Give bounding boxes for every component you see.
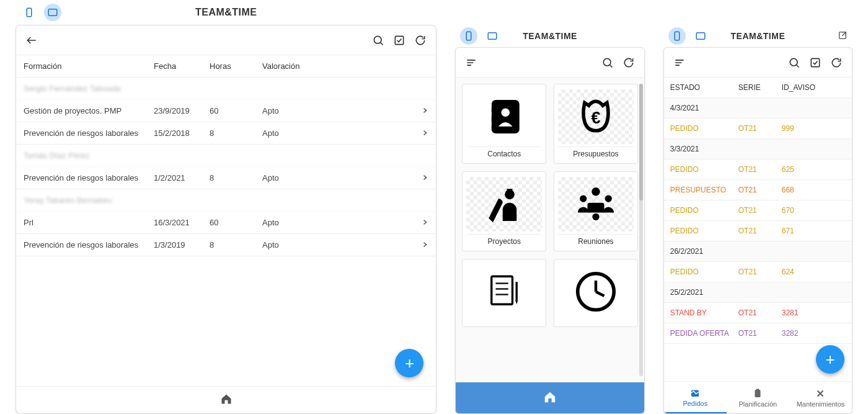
svg-point-17 bbox=[502, 109, 510, 117]
table-row[interactable]: Prevención de riesgos laborales1/3/20198… bbox=[16, 234, 436, 256]
table-row[interactable]: Gestión de proyectos. PMP23/9/201960Apto bbox=[16, 100, 436, 122]
card-reuniones[interactable]: Reuniones bbox=[554, 171, 638, 251]
table-row[interactable]: PEDIDOOT21999 bbox=[664, 119, 852, 139]
svg-rect-16 bbox=[489, 121, 492, 125]
search-button[interactable] bbox=[601, 56, 614, 70]
svg-rect-36 bbox=[696, 33, 705, 40]
svg-rect-20 bbox=[507, 189, 513, 192]
col-estado: ESTADO bbox=[670, 83, 738, 92]
menu-button[interactable] bbox=[464, 56, 478, 70]
cell-serie: OT21 bbox=[738, 227, 782, 235]
refresh-button[interactable] bbox=[414, 34, 427, 47]
svg-rect-14 bbox=[489, 104, 492, 109]
col-horas: Horas bbox=[210, 61, 262, 71]
tab-label: Pedidos bbox=[683, 400, 707, 407]
cell-formacion: Prevención de riesgos laborales bbox=[24, 128, 154, 138]
svg-point-3 bbox=[374, 36, 382, 43]
table-row[interactable]: Prl16/3/202160Apto bbox=[16, 212, 436, 234]
home-button[interactable] bbox=[220, 393, 232, 407]
toolbar bbox=[16, 25, 436, 55]
table-row[interactable]: PEDIDOOT21625 bbox=[664, 160, 852, 180]
table-row[interactable]: Prevención de riesgos laborales1/2/20218… bbox=[16, 167, 436, 189]
app-title: TEAM&TIME bbox=[195, 7, 257, 18]
table-header: Formación Fecha Horas Valoración bbox=[16, 55, 436, 78]
cell-fecha: 1/3/2019 bbox=[154, 240, 210, 250]
card-label: Reuniones bbox=[558, 234, 634, 246]
search-button[interactable] bbox=[371, 34, 385, 47]
device-toggle-bar: TEAM&TIME bbox=[663, 25, 852, 47]
svg-line-38 bbox=[842, 32, 846, 35]
back-button[interactable] bbox=[25, 34, 38, 47]
cell-serie: OT21 bbox=[738, 308, 782, 317]
cell-serie: OT21 bbox=[738, 268, 782, 276]
bottom-bar bbox=[456, 382, 644, 413]
tablet-view-toggle[interactable] bbox=[692, 27, 709, 45]
table-row[interactable]: Prevención de riesgos laborales15/2/2018… bbox=[16, 122, 436, 145]
training-table: Formación Fecha Horas Valoración Sergio … bbox=[16, 55, 436, 386]
table-row[interactable]: PEDIDOOT21671 bbox=[664, 221, 852, 241]
card-presupuestos[interactable]: € Presupuestos bbox=[554, 84, 638, 164]
card-label: Contactos bbox=[466, 146, 542, 158]
clock-icon bbox=[558, 264, 634, 319]
card-contactos[interactable]: Contactos bbox=[462, 84, 546, 164]
refresh-button[interactable] bbox=[622, 56, 636, 70]
card-time[interactable] bbox=[554, 259, 638, 327]
card-proyectos[interactable]: Proyectos bbox=[462, 171, 546, 251]
cell-estado: PEDIDA OFERTA bbox=[670, 329, 738, 338]
table-row[interactable]: PEDIDA OFERTAOT213282 bbox=[664, 323, 852, 344]
card-label: Presupuestos bbox=[558, 146, 634, 158]
chevron-right-icon bbox=[422, 173, 428, 182]
search-icon bbox=[372, 34, 384, 47]
tab-pedidos[interactable]: Pedidos bbox=[664, 382, 727, 413]
add-button[interactable]: + bbox=[816, 345, 844, 374]
tablet-view-toggle[interactable] bbox=[484, 27, 501, 45]
group-header: Yeray Tabares Bernabéu bbox=[16, 189, 436, 212]
tablet-view-toggle[interactable] bbox=[44, 4, 61, 21]
search-button[interactable] bbox=[787, 56, 801, 70]
phone-view-toggle[interactable] bbox=[20, 4, 38, 21]
svg-rect-1 bbox=[48, 9, 57, 16]
cell-estado: PEDIDO bbox=[670, 124, 738, 133]
check-button[interactable] bbox=[808, 56, 822, 70]
svg-point-25 bbox=[592, 214, 599, 220]
refresh-button[interactable] bbox=[830, 56, 843, 70]
contacts-icon bbox=[466, 89, 542, 144]
check-button[interactable] bbox=[392, 34, 406, 47]
menu-button[interactable] bbox=[673, 56, 686, 70]
app-title: TEAM&TIME bbox=[523, 31, 577, 41]
col-formacion: Formación bbox=[24, 61, 154, 71]
date-group-header: 26/2/2021 bbox=[664, 241, 852, 262]
home-button[interactable] bbox=[543, 390, 557, 406]
bottom-tabs: Pedidos Planificación Mantenimientos bbox=[664, 381, 852, 413]
arrow-left-icon bbox=[25, 34, 38, 47]
cell-serie: OT21 bbox=[738, 165, 782, 174]
search-icon bbox=[601, 56, 614, 69]
cell-horas: 60 bbox=[210, 106, 262, 115]
table-row[interactable]: STAND BYOT213281 bbox=[664, 303, 852, 323]
phone-view-toggle[interactable] bbox=[668, 27, 686, 45]
tab-mantenimientos[interactable]: Mantenimientos bbox=[789, 382, 852, 413]
table-row[interactable]: PRESUPUESTOOT21668 bbox=[664, 180, 852, 200]
cell-serie: OT21 bbox=[738, 124, 782, 133]
phone-view-toggle[interactable] bbox=[460, 27, 477, 45]
cell-horas: 60 bbox=[210, 218, 262, 227]
table-row[interactable]: PEDIDOOT21670 bbox=[664, 200, 852, 221]
scrollbar[interactable] bbox=[639, 84, 643, 376]
home-icon bbox=[543, 390, 557, 404]
card-document[interactable] bbox=[462, 259, 546, 327]
tablet-icon bbox=[487, 30, 498, 42]
toolbar bbox=[664, 48, 852, 78]
app-title: TEAM&TIME bbox=[731, 31, 786, 41]
open-external-button[interactable] bbox=[838, 30, 848, 42]
tab-planificacion[interactable]: Planificación bbox=[727, 382, 789, 413]
clipboard-icon bbox=[752, 388, 763, 399]
table-row[interactable]: PEDIDOOT21624 bbox=[664, 262, 852, 282]
device-toggle-bar: TEAM&TIME bbox=[455, 25, 644, 47]
cell-serie: OT21 bbox=[738, 186, 782, 194]
cell-estado: PEDIDO bbox=[670, 206, 738, 215]
toolbar bbox=[456, 48, 644, 78]
orders-icon bbox=[689, 387, 701, 398]
svg-point-22 bbox=[580, 195, 587, 202]
tab-label: Planificación bbox=[738, 400, 777, 408]
cell-valoracion: Apto bbox=[262, 128, 410, 138]
